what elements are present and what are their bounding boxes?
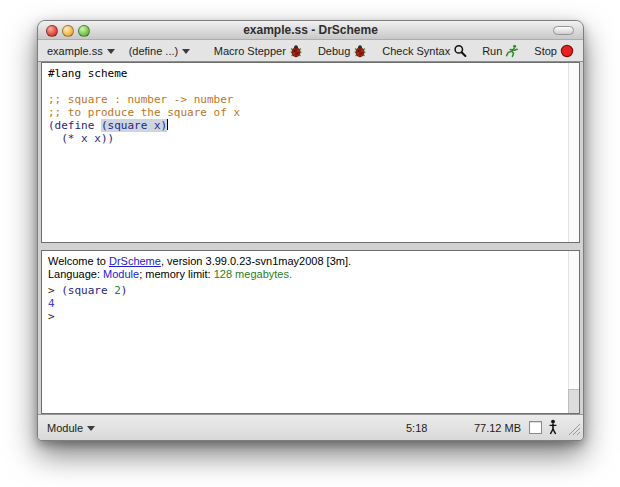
stop-button[interactable]: Stop — [534, 44, 574, 58]
code-line-body: (* x x)) — [48, 132, 579, 145]
standing-person-icon — [548, 419, 558, 437]
repl-prompt-line: > — [48, 310, 579, 323]
language-popup-menu[interactable]: Module — [47, 422, 95, 434]
echo-open: (square — [61, 284, 114, 297]
window-title: example.ss - DrScheme — [38, 23, 583, 37]
run-label: Run — [482, 45, 502, 57]
repl-result-line: 4 — [48, 297, 579, 310]
definitions-pane-wrap: #lang scheme ;; square : number -> numbe… — [38, 62, 583, 243]
minimize-button[interactable] — [62, 25, 74, 37]
language-prefix: Language: — [48, 268, 103, 280]
definitions-label: (define ...) — [129, 45, 179, 57]
chevron-down-icon — [182, 49, 190, 54]
toolbar-buttons: Macro Stepper D — [214, 44, 574, 58]
filename-popup-menu[interactable]: example.ss — [47, 45, 115, 57]
definitions-popup-menu[interactable]: (define ...) — [129, 45, 191, 57]
chevron-down-icon — [107, 49, 115, 54]
welcome-suffix: , version 3.99.0.23-svn1may2008 [3m]. — [161, 255, 351, 267]
code-line-define: (define (square x) — [48, 119, 579, 132]
traffic-lights — [46, 25, 90, 37]
welcome-prefix: Welcome to — [48, 255, 109, 267]
define-keyword: (define — [48, 119, 101, 132]
bug-icon — [289, 44, 303, 58]
text-caret — [167, 119, 168, 130]
zoom-button[interactable] — [78, 25, 90, 37]
language-line: Language: Module; memory limit: 128 mega… — [48, 268, 579, 281]
check-syntax-button[interactable]: Check Syntax — [382, 44, 467, 58]
title-bar[interactable]: example.ss - DrScheme — [38, 21, 583, 40]
close-button[interactable] — [46, 25, 58, 37]
macro-stepper-label: Macro Stepper — [214, 45, 286, 57]
interactions-pane-wrap: Welcome to DrScheme, version 3.99.0.23-s… — [38, 250, 583, 414]
language-menu-label: Module — [47, 422, 83, 434]
macro-stepper-button[interactable]: Macro Stepper — [214, 44, 303, 58]
bug-icon — [353, 44, 367, 58]
repl-prompt: > — [48, 284, 55, 297]
pane-splitter[interactable] — [38, 243, 583, 250]
interactions-scrollbar-end[interactable] — [568, 389, 579, 413]
memory-limit-text: 128 megabytes. — [214, 268, 292, 280]
check-syntax-label: Check Syntax — [382, 45, 450, 57]
code-line-comment2: ;; to produce the square of x — [48, 106, 579, 119]
magnifier-icon — [453, 44, 467, 58]
definitions-scrollbar[interactable] — [568, 63, 579, 242]
toolbar: example.ss (define ...) Macro Stepper — [38, 40, 583, 62]
debug-label: Debug — [318, 45, 350, 57]
interactions-area[interactable]: Welcome to DrScheme, version 3.99.0.23-s… — [41, 250, 580, 414]
drscheme-link[interactable]: DrScheme — [109, 255, 161, 267]
gc-checkbox[interactable] — [529, 421, 542, 434]
filename-label: example.ss — [47, 45, 103, 57]
debug-button[interactable]: Debug — [318, 44, 367, 58]
echo-number: 2 — [114, 284, 121, 297]
echo-close: ) — [121, 284, 128, 297]
resize-grip-icon[interactable] — [565, 420, 581, 438]
drscheme-window: example.ss - DrScheme example.ss (define… — [37, 20, 584, 441]
chevron-down-icon — [87, 426, 95, 431]
toolbar-toggle-pill[interactable] — [553, 26, 574, 35]
memory-usage: 77.12 MB — [474, 422, 521, 434]
stop-circle-icon — [560, 44, 574, 58]
cursor-position: 5:18 — [406, 422, 427, 434]
running-person-icon — [505, 44, 519, 58]
repl-input-line: > (square 2) — [48, 284, 579, 297]
code-line-lang: #lang scheme — [48, 67, 579, 80]
run-button[interactable]: Run — [482, 44, 519, 58]
code-line-blank — [48, 80, 579, 93]
module-link[interactable]: Module — [103, 268, 139, 280]
paren-highlight: (square x) — [101, 119, 167, 132]
language-mid: ; memory limit: — [139, 268, 214, 280]
welcome-line: Welcome to DrScheme, version 3.99.0.23-s… — [48, 255, 579, 268]
code-line-comment1: ;; square : number -> number — [48, 93, 579, 106]
definitions-editor[interactable]: #lang scheme ;; square : number -> numbe… — [41, 62, 580, 243]
status-bar: Module 5:18 77.12 MB — [38, 414, 583, 440]
stop-label: Stop — [534, 45, 557, 57]
